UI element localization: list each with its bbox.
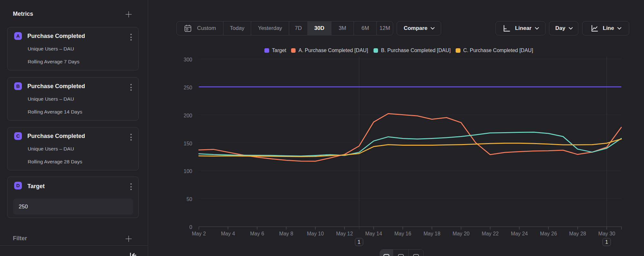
svg-text:May 18: May 18 — [423, 231, 440, 236]
svg-text:50: 50 — [186, 197, 192, 202]
svg-text:250: 250 — [184, 85, 192, 90]
svg-text:150: 150 — [184, 141, 192, 146]
svg-text:May 2: May 2 — [192, 231, 206, 236]
svg-text:May 26: May 26 — [540, 231, 557, 236]
svg-text:May 28: May 28 — [569, 231, 586, 236]
svg-text:May 16: May 16 — [394, 231, 412, 236]
svg-text:200: 200 — [184, 113, 192, 118]
svg-text:May 8: May 8 — [279, 231, 293, 236]
svg-text:May 12: May 12 — [336, 231, 353, 236]
svg-text:May 10: May 10 — [307, 231, 324, 236]
svg-text:May 14: May 14 — [365, 231, 382, 236]
svg-text:May 20: May 20 — [453, 231, 470, 236]
svg-text:May 22: May 22 — [482, 231, 499, 236]
svg-text:300: 300 — [184, 57, 192, 62]
svg-text:May 4: May 4 — [221, 231, 235, 236]
svg-text:May 30: May 30 — [598, 231, 615, 236]
svg-text:May 6: May 6 — [250, 231, 264, 236]
svg-text:100: 100 — [184, 169, 192, 174]
svg-text:May 24: May 24 — [511, 231, 528, 236]
svg-text:0: 0 — [189, 224, 192, 230]
